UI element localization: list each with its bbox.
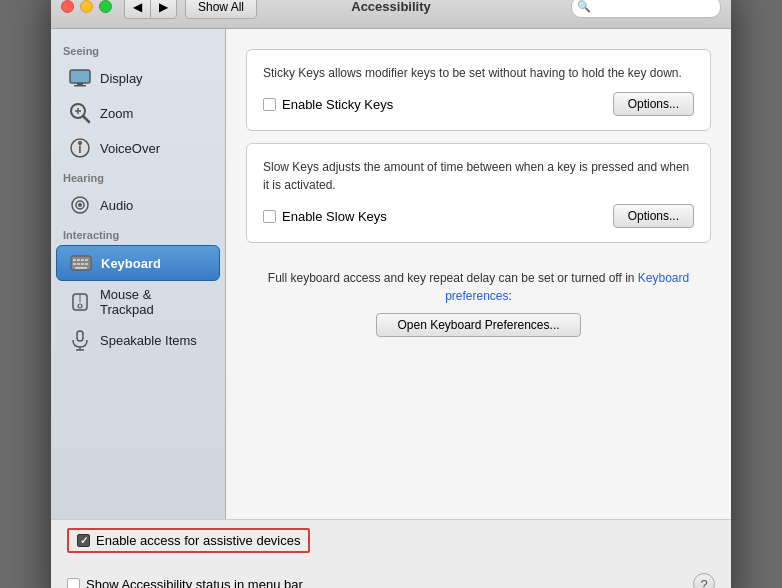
assistive-devices-checkbox[interactable]: [77, 534, 90, 547]
display-icon: [68, 66, 92, 90]
assistive-devices-text: Enable access for assistive devices: [96, 533, 300, 548]
search-icon: 🔍: [577, 0, 591, 13]
help-button[interactable]: ?: [693, 573, 715, 588]
mouse-trackpad-label: Mouse & Trackpad: [100, 287, 208, 317]
svg-rect-18: [73, 263, 76, 265]
trackpad-icon: [68, 290, 92, 314]
slow-keys-section: Slow Keys adjusts the amount of time bet…: [246, 143, 711, 243]
sticky-keys-label: Enable Sticky Keys: [282, 97, 393, 112]
sticky-keys-checkbox-label[interactable]: Enable Sticky Keys: [263, 97, 393, 112]
sidebar-item-speakable[interactable]: Speakable Items: [56, 323, 220, 357]
keyboard-prefs-section: Full keyboard access and key repeat dela…: [246, 259, 711, 347]
sidebar-item-audio[interactable]: Audio: [56, 188, 220, 222]
sticky-keys-options-button[interactable]: Options...: [613, 92, 694, 116]
svg-rect-17: [85, 259, 88, 261]
show-all-button[interactable]: Show All: [185, 0, 257, 19]
svg-point-12: [78, 203, 82, 207]
sidebar-item-zoom[interactable]: Zoom: [56, 96, 220, 130]
svg-point-9: [78, 141, 82, 145]
svg-rect-20: [81, 263, 84, 265]
sidebar-item-mouse-trackpad[interactable]: Mouse & Trackpad: [56, 282, 220, 322]
sticky-keys-row: Enable Sticky Keys Options...: [263, 92, 694, 116]
svg-rect-2: [74, 85, 86, 87]
close-button[interactable]: [61, 0, 74, 13]
svg-rect-0: [70, 70, 90, 83]
forward-button[interactable]: ▶: [150, 0, 177, 19]
svg-rect-15: [77, 259, 80, 261]
svg-rect-14: [73, 259, 76, 261]
open-keyboard-prefs-button[interactable]: Open Keyboard Preferences...: [376, 313, 580, 337]
titlebar: ◀ ▶ Show All Accessibility 🔍: [51, 0, 731, 29]
hearing-label: Hearing: [51, 166, 225, 187]
audio-label: Audio: [100, 198, 133, 213]
slow-keys-options-button[interactable]: Options...: [613, 204, 694, 228]
window-title: Accessibility: [351, 0, 431, 14]
traffic-lights: [61, 0, 112, 13]
svg-rect-1: [77, 83, 83, 85]
menu-bar-checkbox[interactable]: [67, 578, 80, 589]
keyboard-prefs-link[interactable]: Keyboard preferences: [445, 271, 689, 303]
audio-icon: [68, 193, 92, 217]
keyboard-label: Keyboard: [101, 256, 161, 271]
speakable-label: Speakable Items: [100, 333, 197, 348]
main-window: ◀ ▶ Show All Accessibility 🔍 Seeing: [51, 0, 731, 588]
svg-rect-19: [77, 263, 80, 265]
slow-keys-checkbox-label[interactable]: Enable Slow Keys: [263, 209, 387, 224]
slow-keys-checkbox[interactable]: [263, 210, 276, 223]
keyboard-prefs-text: Full keyboard access and key repeat dela…: [256, 269, 701, 305]
slow-keys-row: Enable Slow Keys Options...: [263, 204, 694, 228]
sidebar-item-display[interactable]: Display: [56, 61, 220, 95]
interacting-label: Interacting: [51, 223, 225, 244]
sticky-keys-description: Sticky Keys allows modifier keys to be s…: [263, 64, 694, 82]
content-area: Seeing Display: [51, 29, 731, 519]
sidebar-item-voiceover[interactable]: i VoiceOver: [56, 131, 220, 165]
zoom-label: Zoom: [100, 106, 133, 121]
svg-point-25: [78, 304, 82, 308]
search-wrapper: 🔍: [571, 0, 721, 18]
sticky-keys-checkbox[interactable]: [263, 98, 276, 111]
svg-rect-22: [75, 267, 87, 269]
svg-line-4: [83, 116, 89, 122]
svg-rect-21: [85, 263, 88, 265]
slow-keys-label: Enable Slow Keys: [282, 209, 387, 224]
menu-bar-text: Show Accessibility status in menu bar: [86, 577, 303, 589]
slow-keys-description: Slow Keys adjusts the amount of time bet…: [263, 158, 694, 194]
keyboard-icon: [69, 251, 93, 275]
back-button[interactable]: ◀: [124, 0, 150, 19]
speakable-icon: [68, 328, 92, 352]
minimize-button[interactable]: [80, 0, 93, 13]
sidebar-item-keyboard[interactable]: Keyboard: [56, 245, 220, 281]
bottom-bar: Enable access for assistive devices Show…: [51, 519, 731, 588]
menu-bar-label[interactable]: Show Accessibility status in menu bar: [67, 577, 303, 589]
sidebar: Seeing Display: [51, 29, 226, 519]
sticky-keys-section: Sticky Keys allows modifier keys to be s…: [246, 49, 711, 131]
svg-rect-26: [77, 331, 83, 341]
zoom-icon: [68, 101, 92, 125]
svg-rect-16: [81, 259, 84, 261]
search-input[interactable]: [571, 0, 721, 18]
voiceover-icon: i: [68, 136, 92, 160]
voiceover-label: VoiceOver: [100, 141, 160, 156]
nav-buttons: ◀ ▶: [124, 0, 177, 19]
main-panel: Sticky Keys allows modifier keys to be s…: [226, 29, 731, 519]
seeing-label: Seeing: [51, 39, 225, 60]
maximize-button[interactable]: [99, 0, 112, 13]
display-label: Display: [100, 71, 143, 86]
assistive-devices-label[interactable]: Enable access for assistive devices: [67, 528, 310, 553]
